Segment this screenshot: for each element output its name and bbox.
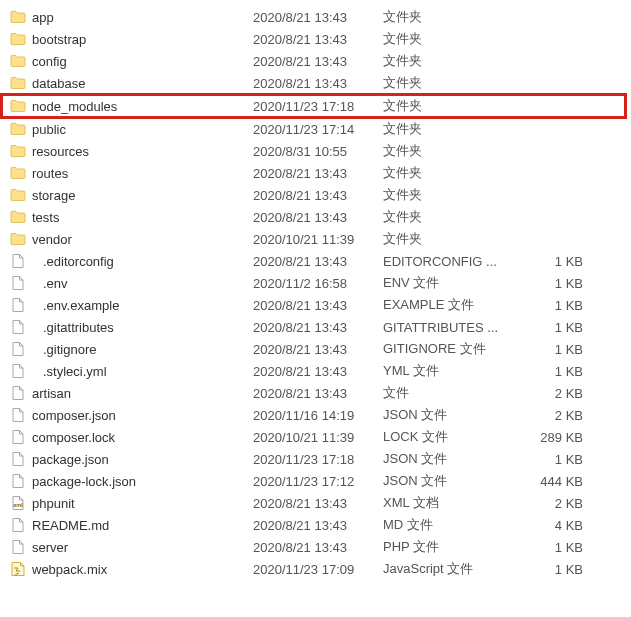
folder-icon	[8, 98, 28, 114]
file-type: ENV 文件	[383, 274, 523, 292]
file-name: .gitattributes	[28, 320, 253, 335]
file-type: 文件夹	[383, 52, 523, 70]
file-name: .gitignore	[28, 342, 253, 357]
file-row[interactable]: composer.json2020/11/16 14:19JSON 文件2 KB	[0, 404, 631, 426]
file-size: 1 KB	[523, 562, 603, 577]
file-row[interactable]: vendor2020/10/21 11:39文件夹	[0, 228, 631, 250]
file-size: 444 KB	[523, 474, 603, 489]
file-name: .styleci.yml	[28, 364, 253, 379]
folder-icon	[8, 187, 28, 203]
file-name: .env	[28, 276, 253, 291]
file-date: 2020/8/21 13:43	[253, 166, 383, 181]
file-date: 2020/11/23 17:14	[253, 122, 383, 137]
file-row[interactable]: xml phpunit2020/8/21 13:43XML 文档2 KB	[0, 492, 631, 514]
file-type: JSON 文件	[383, 472, 523, 490]
file-type: 文件夹	[383, 164, 523, 182]
file-type: MD 文件	[383, 516, 523, 534]
file-row[interactable]: .editorconfig2020/8/21 13:43EDITORCONFIG…	[0, 250, 631, 272]
file-row[interactable]: tests2020/8/21 13:43文件夹	[0, 206, 631, 228]
folder-icon	[8, 209, 28, 225]
file-row[interactable]: .env2020/11/2 16:58ENV 文件1 KB	[0, 272, 631, 294]
file-row[interactable]: composer.lock2020/10/21 11:39LOCK 文件289 …	[0, 426, 631, 448]
file-name: database	[28, 76, 253, 91]
file-type: 文件夹	[383, 230, 523, 248]
file-row[interactable]: .gitignore2020/8/21 13:43GITIGNORE 文件1 K…	[0, 338, 631, 360]
file-row[interactable]: public2020/11/23 17:14文件夹	[0, 118, 631, 140]
file-name: app	[28, 10, 253, 25]
file-date: 2020/8/21 13:43	[253, 320, 383, 335]
file-name: resources	[28, 144, 253, 159]
file-row[interactable]: .gitattributes2020/8/21 13:43GITATTRIBUT…	[0, 316, 631, 338]
file-type: PHP 文件	[383, 538, 523, 556]
file-row[interactable]: bootstrap2020/8/21 13:43文件夹	[0, 28, 631, 50]
file-row[interactable]: app2020/8/21 13:43文件夹	[0, 6, 631, 28]
file-row[interactable]: artisan2020/8/21 13:43文件2 KB	[0, 382, 631, 404]
file-row[interactable]: storage2020/8/21 13:43文件夹	[0, 184, 631, 206]
file-type: 文件夹	[383, 186, 523, 204]
file-date: 2020/8/21 13:43	[253, 210, 383, 225]
file-size: 289 KB	[523, 430, 603, 445]
xml-file-icon: xml	[8, 495, 28, 511]
file-type: 文件夹	[383, 74, 523, 92]
file-date: 2020/11/23 17:09	[253, 562, 383, 577]
file-date: 2020/8/21 13:43	[253, 342, 383, 357]
folder-icon	[8, 165, 28, 181]
file-type: 文件夹	[383, 208, 523, 226]
file-date: 2020/8/21 13:43	[253, 54, 383, 69]
folder-icon	[8, 53, 28, 69]
file-row[interactable]: server2020/8/21 13:43PHP 文件1 KB	[0, 536, 631, 558]
file-size: 1 KB	[523, 298, 603, 313]
file-row[interactable]: routes2020/8/21 13:43文件夹	[0, 162, 631, 184]
file-date: 2020/10/21 11:39	[253, 430, 383, 445]
file-date: 2020/11/23 17:18	[253, 99, 383, 114]
file-name: routes	[28, 166, 253, 181]
file-type: 文件夹	[383, 30, 523, 48]
folder-icon	[8, 121, 28, 137]
file-icon	[8, 297, 28, 313]
file-icon	[8, 539, 28, 555]
file-date: 2020/8/21 13:43	[253, 540, 383, 555]
file-icon	[8, 253, 28, 269]
file-size: 2 KB	[523, 408, 603, 423]
file-icon	[8, 319, 28, 335]
file-size: 2 KB	[523, 386, 603, 401]
file-row[interactable]: resources2020/8/31 10:55文件夹	[0, 140, 631, 162]
file-type: 文件	[383, 384, 523, 402]
file-name: storage	[28, 188, 253, 203]
file-row[interactable]: .styleci.yml2020/8/21 13:43YML 文件1 KB	[0, 360, 631, 382]
file-size: 1 KB	[523, 320, 603, 335]
file-row[interactable]: README.md2020/8/21 13:43MD 文件4 KB	[0, 514, 631, 536]
file-size: 1 KB	[523, 364, 603, 379]
file-date: 2020/8/21 13:43	[253, 76, 383, 91]
file-icon	[8, 363, 28, 379]
file-date: 2020/8/21 13:43	[253, 32, 383, 47]
file-row[interactable]: config2020/8/21 13:43文件夹	[0, 50, 631, 72]
file-date: 2020/8/21 13:43	[253, 298, 383, 313]
file-name: public	[28, 122, 253, 137]
file-type: EDITORCONFIG ...	[383, 254, 523, 269]
file-type: XML 文档	[383, 494, 523, 512]
file-type: JSON 文件	[383, 450, 523, 468]
file-date: 2020/8/21 13:43	[253, 386, 383, 401]
file-row[interactable]: .env.example2020/8/21 13:43EXAMPLE 文件1 K…	[0, 294, 631, 316]
file-date: 2020/8/21 13:43	[253, 364, 383, 379]
file-row[interactable]: node_modules2020/11/23 17:18文件夹	[0, 93, 627, 119]
file-type: JSON 文件	[383, 406, 523, 424]
file-name: package.json	[28, 452, 253, 467]
file-icon	[8, 341, 28, 357]
file-row[interactable]: package-lock.json2020/11/23 17:12JSON 文件…	[0, 470, 631, 492]
file-name: bootstrap	[28, 32, 253, 47]
file-date: 2020/8/21 13:43	[253, 10, 383, 25]
folder-icon	[8, 75, 28, 91]
svg-text:xml: xml	[13, 502, 23, 508]
file-row[interactable]: package.json2020/11/23 17:18JSON 文件1 KB	[0, 448, 631, 470]
file-name: server	[28, 540, 253, 555]
file-name: composer.json	[28, 408, 253, 423]
file-type: YML 文件	[383, 362, 523, 380]
file-name: .env.example	[28, 298, 253, 313]
file-size: 1 KB	[523, 276, 603, 291]
file-row[interactable]: database2020/8/21 13:43文件夹	[0, 72, 631, 94]
file-name: package-lock.json	[28, 474, 253, 489]
file-row[interactable]: webpack.mix2020/11/23 17:09JavaScript 文件…	[0, 558, 631, 580]
file-date: 2020/10/21 11:39	[253, 232, 383, 247]
